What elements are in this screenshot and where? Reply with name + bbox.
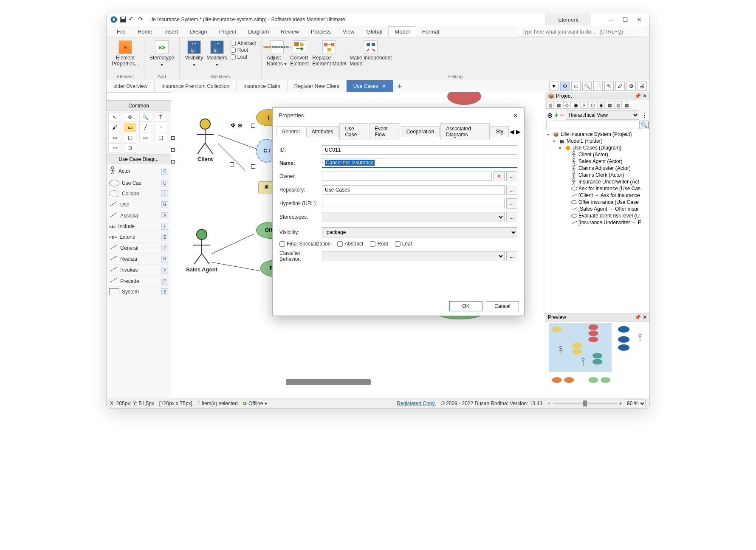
window-close[interactable]: ✕ [637, 16, 642, 23]
make-independent-model-button[interactable]: Make IndependentModel [350, 40, 392, 67]
connector-tool[interactable]: ⟋ [155, 123, 167, 132]
zoom-out-button[interactable]: − [547, 401, 550, 406]
replace-element-model-button[interactable]: ReplaceElement Model [312, 40, 346, 67]
shapes-5-tool[interactable]: ▭ [108, 143, 121, 152]
palette-item[interactable]: RealizaR [107, 254, 171, 265]
hyperlink-browse-button[interactable]: ... [506, 198, 517, 209]
project-tree[interactable]: ▾📦Life Insurance System (Project)▾▦Model… [545, 129, 649, 313]
menu-home[interactable]: Home [132, 27, 158, 37]
paint-tool[interactable]: 🖌 [108, 123, 121, 132]
repository-input[interactable] [322, 185, 505, 195]
stereotypes-select[interactable] [322, 212, 505, 222]
root-prop-checkbox[interactable]: Root [370, 241, 388, 247]
palette-item[interactable]: UseG [107, 199, 171, 210]
project-tool-5[interactable]: ⎘ [580, 101, 588, 109]
modifiers-button[interactable]: +~#-Modifiers▾ [206, 40, 227, 68]
add-tab-button[interactable]: + [393, 80, 406, 92]
edit-icon[interactable]: ✎ [604, 82, 614, 91]
selection-handle[interactable] [230, 162, 234, 166]
tree-item[interactable]: [Insurance Underwriter → E [547, 219, 648, 226]
palette-item[interactable]: CollaboL [107, 189, 171, 199]
doc-tab[interactable]: Insurance Premium Collection [155, 80, 237, 92]
zoom-slider[interactable] [553, 403, 617, 404]
color-icon[interactable]: 🖊 [615, 82, 625, 91]
tree-item[interactable]: Client (Actor) [547, 151, 648, 158]
shapes-3-tool[interactable]: ▭ [139, 133, 152, 142]
menu-file[interactable]: File [111, 27, 132, 37]
tab-close-icon[interactable]: ✕ [382, 83, 386, 89]
window-minimize[interactable]: — [608, 16, 614, 23]
tree-item[interactable]: Insurance Underwriter (Act [547, 178, 648, 185]
palette-item[interactable]: «e»ExtendE [107, 232, 171, 243]
owner-clear-button[interactable]: ✕ [494, 171, 505, 181]
window-maximize[interactable]: ☐ [623, 16, 628, 23]
menu-review[interactable]: Review [275, 27, 305, 37]
redo-icon[interactable]: ↷ [138, 16, 146, 23]
element-properties-button[interactable]: ≡ Element Properties... [112, 40, 139, 67]
tree-item[interactable]: [Client → Ask for insurance [547, 192, 648, 199]
panel-close-icon[interactable]: ✕ [643, 93, 647, 99]
project-tool-4[interactable]: ▣ [572, 101, 579, 109]
palette-item[interactable]: PrecedeP [107, 276, 171, 287]
classifier-browse-button[interactable]: ... [506, 251, 517, 261]
menu-design[interactable]: Design [184, 27, 213, 37]
find-icon[interactable]: 🔍 [582, 82, 592, 91]
selection-tool[interactable]: ↖ [108, 113, 121, 122]
shapes-4-tool[interactable]: ▢ [155, 133, 167, 142]
menu-insert[interactable]: Insert [158, 27, 184, 37]
zoom-fit-icon[interactable]: ▭ [571, 82, 581, 91]
dialog-tab-attributes[interactable]: Attributes [306, 126, 339, 137]
dialog-tab-event-flow[interactable]: Event Flow [369, 123, 400, 140]
menu-global[interactable]: Global [361, 27, 389, 37]
ok-button[interactable]: OK [449, 301, 482, 311]
leaf-checkbox[interactable]: Leaf [231, 54, 256, 60]
actor-client[interactable]: Client [192, 118, 218, 162]
note-tool[interactable]: ▭ [124, 123, 136, 132]
tree-item[interactable]: ▾▦Model1 (Folder) [547, 138, 648, 144]
hyperlink-input[interactable] [322, 199, 505, 208]
selection-handle[interactable] [251, 124, 255, 128]
dialog-tab-associated-diagrams[interactable]: Associated Diagrams [440, 123, 489, 140]
stereotype-button[interactable]: «» Stereotype▾ [150, 40, 174, 68]
visibility-select[interactable]: package [322, 227, 517, 237]
text-tool[interactable]: T [155, 113, 167, 122]
zoom-in-button[interactable]: + [619, 401, 622, 406]
tree-item[interactable]: Sales Agent (Actor) [547, 158, 648, 165]
zoom-select[interactable]: 90 % [625, 400, 646, 407]
page-icon[interactable]: 📄 [593, 82, 603, 91]
selection-handle[interactable] [251, 164, 255, 169]
view-menu-icon[interactable]: ⋮ [641, 111, 648, 119]
classifier-select[interactable] [322, 251, 505, 261]
print-icon[interactable]: 🖨 [638, 82, 647, 91]
doc-tab[interactable]: Insurance Claim [237, 80, 288, 92]
context-tab-element[interactable]: Element [545, 14, 591, 25]
registered-link[interactable]: Registered Copy. [397, 401, 436, 406]
stereotypes-browse-button[interactable]: ... [506, 212, 517, 222]
undo-icon[interactable]: ↶ [129, 16, 136, 23]
doc-tab[interactable]: Register New Client [288, 80, 347, 92]
tree-item[interactable]: Ask for insurance (Use Cas [547, 185, 648, 192]
settings-icon[interactable]: ⚙ [626, 82, 636, 91]
doc-tab[interactable]: older Overview [107, 80, 155, 92]
visibility-button[interactable]: +~#-Visibility▾ [185, 40, 203, 68]
id-input[interactable] [322, 145, 517, 155]
tabs-dropdown-icon[interactable]: ▼ [549, 82, 559, 91]
palette-item[interactable]: GeneralZ [107, 243, 171, 254]
repository-browse-button[interactable]: ... [506, 185, 517, 195]
cancel-button[interactable]: Cancel [486, 301, 519, 311]
tree-item[interactable]: Evaluate client risk level (U [547, 212, 648, 219]
dialog-tab-general[interactable]: General [276, 126, 305, 137]
line-tool[interactable]: ╱ [139, 123, 152, 132]
menu-model[interactable]: Model [388, 26, 416, 37]
save-icon[interactable] [119, 16, 127, 23]
project-tool-2[interactable]: ▦ [555, 101, 562, 109]
shapes-2-tool[interactable]: ▢ [124, 133, 136, 142]
palette-item[interactable]: ActorC [107, 164, 171, 178]
menu-view[interactable]: View [337, 27, 361, 37]
preview-close-icon[interactable]: ✕ [643, 314, 647, 320]
menu-diagram[interactable]: Diagram [242, 27, 275, 37]
dialog-close-icon[interactable]: ✕ [513, 112, 518, 119]
dialog-tab-cooperation[interactable]: Cooperation [401, 126, 440, 137]
shapes-6-tool[interactable]: ◘ [124, 143, 136, 152]
tree-search-button[interactable]: 🔍 [640, 121, 649, 129]
